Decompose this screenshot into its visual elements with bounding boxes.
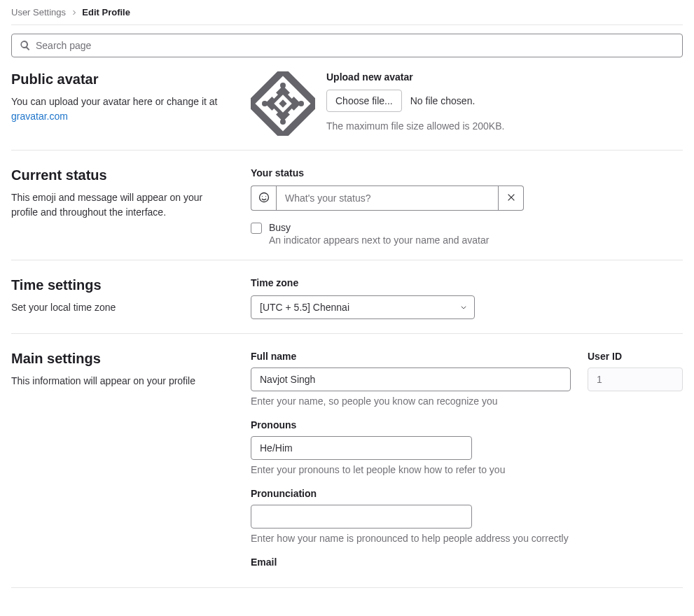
choose-file-button[interactable]: Choose file... — [326, 90, 402, 112]
main-desc: This information will appear on your pro… — [11, 374, 230, 388]
time-desc: Set your local time zone — [11, 300, 230, 315]
breadcrumb-parent[interactable]: User Settings — [11, 7, 66, 18]
avatar-image — [251, 71, 315, 136]
avatar-title: Public avatar — [11, 71, 230, 88]
gravatar-link[interactable]: gravatar.com — [11, 111, 68, 122]
svg-point-12 — [280, 83, 286, 88]
svg-point-16 — [265, 195, 265, 196]
fullname-help: Enter your name, so people you know can … — [251, 396, 571, 407]
chevron-right-icon — [71, 7, 77, 18]
section-main-settings: Main settings This information will appe… — [11, 351, 683, 588]
section-time-settings: Time settings Set your local time zone T… — [11, 277, 683, 334]
emoji-picker-button[interactable] — [251, 186, 276, 211]
svg-point-15 — [261, 195, 262, 196]
pronouns-help: Enter your pronouns to let people know h… — [251, 464, 683, 475]
no-file-text: No file chosen. — [410, 95, 476, 106]
userid-field: 1 — [588, 368, 683, 391]
chevron-down-icon — [460, 302, 467, 313]
section-current-status: Current status This emoji and message wi… — [11, 167, 683, 260]
pronunciation-label: Pronunciation — [251, 488, 683, 499]
search-wrap — [11, 34, 683, 57]
smiley-icon — [258, 192, 270, 205]
fullname-label: Full name — [251, 351, 571, 362]
busy-checkbox[interactable] — [251, 223, 262, 234]
fullname-input[interactable] — [251, 368, 571, 391]
breadcrumb-current: Edit Profile — [82, 7, 130, 18]
svg-point-10 — [262, 101, 268, 106]
status-label: Your status — [251, 167, 683, 178]
upload-avatar-label: Upload new avatar — [326, 71, 683, 83]
email-label: Email — [251, 556, 683, 568]
timezone-value: [UTC + 5.5] Chennai — [260, 302, 349, 313]
section-public-avatar: Public avatar You can upload your avatar… — [11, 71, 683, 150]
pronunciation-input[interactable] — [251, 505, 472, 528]
timezone-select[interactable]: [UTC + 5.5] Chennai — [251, 295, 475, 319]
status-input[interactable] — [276, 186, 499, 211]
breadcrumb: User Settings Edit Profile — [11, 0, 683, 24]
search-input[interactable] — [11, 34, 683, 57]
svg-point-11 — [298, 101, 304, 106]
pronouns-input[interactable] — [251, 436, 472, 460]
avatar-desc: You can upload your avatar here or chang… — [11, 94, 230, 124]
clear-status-button[interactable] — [499, 186, 524, 211]
svg-point-13 — [280, 119, 286, 125]
pronouns-label: Pronouns — [251, 419, 683, 430]
svg-point-14 — [259, 192, 268, 202]
avatar-desc-prefix: You can upload your avatar here or chang… — [11, 96, 217, 107]
pronunciation-help: Enter how your name is pronounced to hel… — [251, 533, 683, 544]
busy-help: An indicator appears next to your name a… — [269, 234, 489, 246]
busy-label: Busy — [269, 222, 489, 233]
userid-label: User ID — [588, 351, 683, 362]
status-desc: This emoji and message will appear on yo… — [11, 190, 230, 220]
close-icon — [506, 192, 516, 204]
divider — [11, 24, 683, 25]
main-title: Main settings — [11, 351, 230, 367]
status-title: Current status — [11, 167, 230, 183]
timezone-label: Time zone — [251, 277, 683, 288]
max-size-text: The maximum file size allowed is 200KB. — [326, 120, 683, 132]
time-title: Time settings — [11, 277, 230, 293]
